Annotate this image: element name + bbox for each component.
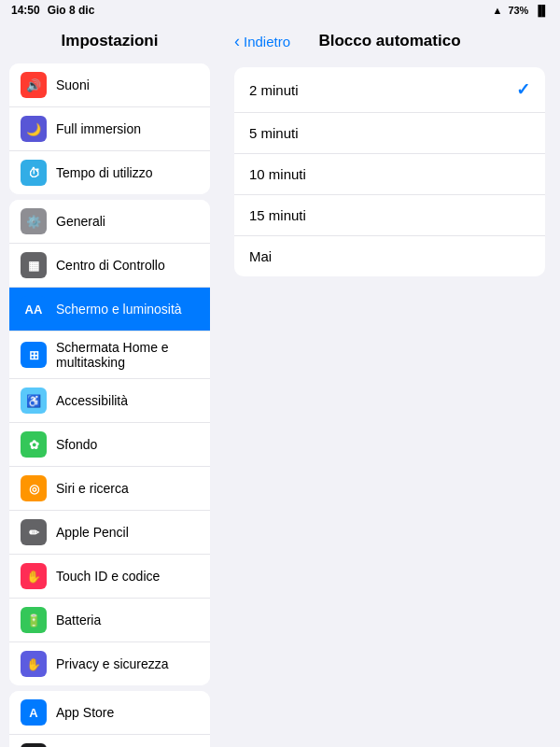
icon-privacy: ✋ — [21, 651, 47, 677]
label-fullimmersion: Full immersion — [56, 121, 141, 136]
label-generali: Generali — [56, 214, 105, 229]
status-time: 14:50 — [11, 4, 40, 17]
icon-sfondo: ✿ — [21, 431, 47, 458]
sidebar-section-section3: AApp Store▬Wallet e Apple Pay — [9, 691, 210, 747]
option-item-15min[interactable]: 15 minuti — [234, 195, 545, 236]
detail-content: 2 minuti✓5 minuti10 minuti15 minutiMai — [219, 58, 560, 286]
sidebar-item-homescreen[interactable]: ⊞Schermata Home e multitasking — [9, 331, 210, 379]
sidebar-item-privacy[interactable]: ✋Privacy e sicurezza — [9, 642, 210, 685]
icon-appstore: A — [21, 699, 47, 726]
sidebar-item-siri[interactable]: ◎Siri e ricerca — [9, 467, 210, 511]
status-date: Gio 8 dic — [48, 4, 95, 17]
sidebar-item-controllo[interactable]: ▦Centro di Controllo — [9, 244, 210, 288]
sidebar-item-wallet[interactable]: ▬Wallet e Apple Pay — [9, 735, 210, 747]
label-siri: Siri e ricerca — [56, 481, 129, 496]
sidebar-title: Impostazioni — [0, 21, 219, 58]
options-section: 2 minuti✓5 minuti10 minuti15 minutiMai — [234, 67, 545, 276]
back-button[interactable]: ‹ Indietro — [234, 34, 290, 49]
wifi-icon: ▲ — [492, 5, 502, 16]
main-layout: Impostazioni 🔊Suoni🌙Full immersion⏱Tempo… — [0, 21, 560, 747]
icon-siri: ◎ — [21, 475, 47, 501]
label-privacy: Privacy e sicurezza — [56, 656, 169, 671]
label-accessibilita: Accessibilità — [56, 393, 128, 408]
label-schermo: Schermo e luminosità — [56, 302, 182, 317]
sidebar: Impostazioni 🔊Suoni🌙Full immersion⏱Tempo… — [0, 21, 219, 747]
checkmark-icon-2min: ✓ — [516, 79, 530, 100]
icon-touchid: ✋ — [21, 563, 47, 589]
label-homescreen: Schermata Home e multitasking — [56, 340, 199, 370]
detail-title: Blocco automatico — [290, 32, 489, 50]
sidebar-item-tempoutilizzo[interactable]: ⏱Tempo di utilizzo — [9, 151, 210, 194]
option-label-10min: 10 minuti — [249, 166, 306, 182]
sidebar-section-section1: 🔊Suoni🌙Full immersion⏱Tempo di utilizzo — [9, 63, 210, 194]
label-touchid: Touch ID e codice — [56, 569, 160, 584]
option-label-2min: 2 minuti — [249, 82, 299, 98]
option-item-10min[interactable]: 10 minuti — [234, 154, 545, 195]
icon-controllo: ▦ — [21, 252, 47, 278]
back-chevron-icon: ‹ — [234, 33, 240, 49]
sidebar-item-suoni[interactable]: 🔊Suoni — [9, 63, 210, 107]
label-suoni: Suoni — [56, 78, 90, 92]
icon-homescreen: ⊞ — [21, 342, 47, 368]
icon-schermo: AA — [21, 296, 47, 322]
sidebar-item-schermo[interactable]: AASchermo e luminosità — [9, 288, 210, 331]
icon-generali: ⚙️ — [21, 208, 47, 234]
icon-suoni: 🔊 — [21, 72, 47, 98]
status-left: 14:50 Gio 8 dic — [11, 4, 94, 17]
icon-pencil: ✏ — [21, 519, 47, 545]
icon-wallet: ▬ — [21, 743, 47, 747]
label-appstore: App Store — [56, 705, 114, 720]
option-item-5min[interactable]: 5 minuti — [234, 113, 545, 154]
detail-panel: ‹ Indietro Blocco automatico 2 minuti✓5 … — [219, 21, 560, 747]
sidebar-section-section2: ⚙️Generali▦Centro di ControlloAASchermo … — [9, 200, 210, 685]
status-right: ▲ 73% ▐▌ — [492, 5, 549, 16]
label-pencil: Apple Pencil — [56, 525, 129, 540]
icon-fullimmersion: 🌙 — [21, 116, 47, 142]
sidebar-item-appstore[interactable]: AApp Store — [9, 691, 210, 735]
label-batteria: Batteria — [56, 613, 101, 627]
label-tempoutilizzo: Tempo di utilizzo — [56, 165, 153, 180]
icon-accessibilita: ♿ — [21, 388, 47, 414]
sidebar-item-batteria[interactable]: 🔋Batteria — [9, 599, 210, 642]
sidebar-item-touchid[interactable]: ✋Touch ID e codice — [9, 555, 210, 599]
option-item-mai[interactable]: Mai — [234, 236, 545, 276]
sidebar-item-accessibilita[interactable]: ♿Accessibilità — [9, 379, 210, 423]
option-label-mai: Mai — [249, 248, 272, 264]
option-label-5min: 5 minuti — [249, 125, 299, 141]
icon-tempoutilizzo: ⏱ — [21, 160, 47, 186]
back-label: Indietro — [244, 34, 290, 49]
sidebar-item-fullimmersion[interactable]: 🌙Full immersion — [9, 107, 210, 151]
icon-batteria: 🔋 — [21, 607, 47, 633]
battery-icon: ▐▌ — [534, 5, 549, 16]
detail-header: ‹ Indietro Blocco automatico — [219, 21, 560, 58]
option-item-2min[interactable]: 2 minuti✓ — [234, 67, 545, 113]
label-controllo: Centro di Controllo — [56, 258, 165, 273]
label-sfondo: Sfondo — [56, 437, 97, 452]
sidebar-item-sfondo[interactable]: ✿Sfondo — [9, 423, 210, 467]
option-label-15min: 15 minuti — [249, 207, 306, 223]
battery-percent: 73% — [508, 5, 528, 16]
status-bar: 14:50 Gio 8 dic ▲ 73% ▐▌ — [0, 0, 560, 21]
sidebar-item-pencil[interactable]: ✏Apple Pencil — [9, 511, 210, 555]
sidebar-item-generali[interactable]: ⚙️Generali — [9, 200, 210, 244]
